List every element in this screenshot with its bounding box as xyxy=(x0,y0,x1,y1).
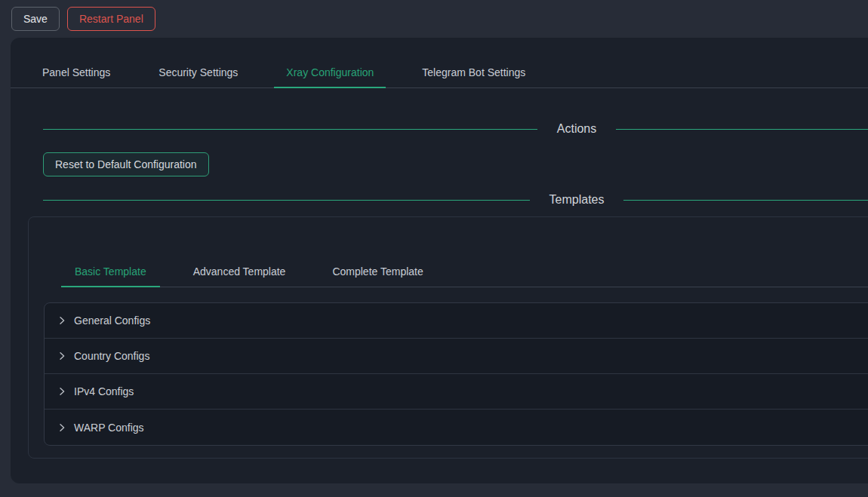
chevron-right-icon xyxy=(57,316,66,325)
collapse-row-general-configs[interactable]: General Configs xyxy=(45,303,868,339)
template-collapse-list: General Configs Country Configs IPv4 Con… xyxy=(44,302,868,446)
chevron-right-icon xyxy=(57,423,66,432)
tab-security-settings[interactable]: Security Settings xyxy=(146,57,250,87)
xray-config-panel: Actions Reset to Default Configuration T… xyxy=(11,122,868,207)
tab-advanced-template[interactable]: Advanced Template xyxy=(180,256,300,287)
tab-xray-configuration[interactable]: Xray Configuration xyxy=(274,57,386,87)
templates-card: Basic Template Advanced Template Complet… xyxy=(28,216,868,459)
collapse-row-ipv4-configs[interactable]: IPv4 Configs xyxy=(45,374,868,410)
collapse-row-country-configs[interactable]: Country Configs xyxy=(45,339,868,374)
tab-complete-template[interactable]: Complete Template xyxy=(319,256,436,287)
restart-panel-button[interactable]: Restart Panel xyxy=(67,7,155,31)
tab-panel-settings[interactable]: Panel Settings xyxy=(30,57,122,87)
templates-divider-label: Templates xyxy=(549,193,605,207)
reset-default-config-button[interactable]: Reset to Default Configuration xyxy=(43,152,209,176)
template-tab-bar: Basic Template Advanced Template Complet… xyxy=(61,217,868,287)
collapse-row-label: General Configs xyxy=(74,314,150,327)
settings-card: Panel Settings Security Settings Xray Co… xyxy=(11,38,868,483)
actions-divider-label: Actions xyxy=(557,122,596,136)
collapse-row-label: WARP Configs xyxy=(74,422,144,434)
tab-basic-template[interactable]: Basic Template xyxy=(61,256,160,287)
chevron-right-icon xyxy=(57,387,66,396)
tab-telegram-bot-settings[interactable]: Telegram Bot Settings xyxy=(410,57,537,87)
collapse-row-label: IPv4 Configs xyxy=(74,385,134,397)
chevron-right-icon xyxy=(57,351,66,360)
topbar: Save Restart Panel xyxy=(0,0,868,38)
collapse-row-warp-configs[interactable]: WARP Configs xyxy=(45,410,868,445)
collapse-row-label: Country Configs xyxy=(74,350,149,362)
templates-divider: Templates xyxy=(43,193,868,207)
actions-divider: Actions xyxy=(43,122,868,136)
main-tab-bar: Panel Settings Security Settings Xray Co… xyxy=(11,38,868,88)
save-button[interactable]: Save xyxy=(11,7,60,31)
